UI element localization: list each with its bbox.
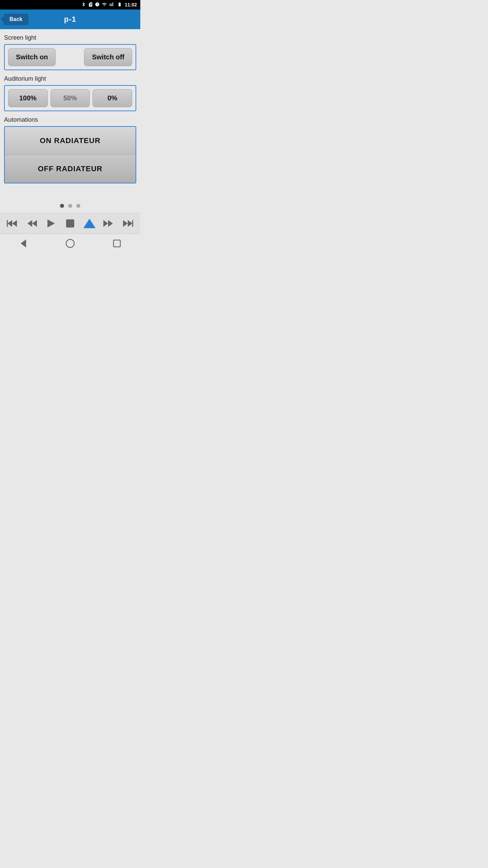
- play-button[interactable]: [45, 217, 57, 230]
- up-button[interactable]: [83, 217, 96, 230]
- svg-rect-2: [7, 220, 8, 227]
- nav-recent-icon: [111, 238, 122, 249]
- dot-3: [76, 204, 80, 208]
- svg-marker-5: [47, 219, 55, 228]
- battery-icon: [117, 2, 123, 8]
- screen-light-box: Switch on Switch off: [4, 44, 136, 70]
- svg-marker-13: [21, 239, 26, 248]
- nav-home-icon: [65, 238, 76, 249]
- dot-2: [68, 204, 72, 208]
- skip-backward-icon: [6, 217, 18, 230]
- automation-box: ON RADIATEUR OFF RADIATEUR: [4, 126, 136, 183]
- automations-label: Automations: [4, 116, 136, 123]
- switch-row: Switch on Switch off: [8, 48, 132, 66]
- back-button[interactable]: Back: [3, 14, 28, 25]
- skip-forward-icon: [122, 217, 134, 230]
- wifi-icon: [102, 2, 107, 8]
- play-icon: [45, 217, 57, 230]
- btn-50-percent[interactable]: 50%: [50, 89, 90, 107]
- svg-marker-8: [103, 220, 108, 227]
- svg-rect-12: [132, 220, 133, 227]
- status-time: 11:02: [125, 2, 137, 7]
- rewind-button[interactable]: [25, 217, 38, 230]
- svg-marker-3: [27, 220, 32, 227]
- svg-marker-0: [7, 220, 12, 227]
- header: Back p-1: [0, 9, 140, 29]
- media-controls: [0, 213, 140, 234]
- nav-recent-button[interactable]: [111, 238, 122, 249]
- main-content: Screen light Switch on Switch off Audito…: [0, 29, 140, 194]
- svg-marker-4: [32, 220, 37, 227]
- btn-0-percent[interactable]: 0%: [93, 89, 132, 107]
- skip-to-start-button[interactable]: [6, 217, 18, 230]
- switch-off-button[interactable]: Switch off: [84, 48, 132, 66]
- svg-rect-15: [114, 240, 120, 247]
- page-dots: [0, 194, 140, 213]
- svg-marker-11: [128, 220, 133, 227]
- bluetooth-icon: [81, 2, 86, 8]
- page-title: p-1: [64, 15, 76, 24]
- up-icon: [83, 217, 96, 230]
- svg-marker-9: [108, 220, 113, 227]
- stop-icon: [64, 217, 76, 230]
- svg-marker-7: [83, 219, 96, 228]
- status-bar: 11:02: [0, 0, 140, 9]
- btn-100-percent[interactable]: 100%: [8, 89, 48, 107]
- auditorium-light-box: 100% 50% 0%: [4, 85, 136, 111]
- switch-on-button[interactable]: Switch on: [8, 48, 56, 66]
- svg-marker-10: [123, 220, 128, 227]
- signal-icon: [109, 2, 115, 8]
- skip-to-end-button[interactable]: [122, 217, 134, 230]
- rewind-icon: [25, 217, 38, 230]
- screen-light-label: Screen light: [4, 34, 136, 41]
- svg-point-14: [66, 239, 74, 248]
- svg-rect-6: [66, 219, 74, 228]
- fast-forward-button[interactable]: [103, 217, 115, 230]
- auditorium-light-label: Auditorium light: [4, 75, 136, 82]
- nav-bar: [0, 234, 140, 253]
- dot-1: [60, 204, 64, 208]
- stop-button[interactable]: [64, 217, 76, 230]
- nav-back-icon: [18, 238, 29, 249]
- nav-back-button[interactable]: [18, 238, 29, 249]
- clock-icon: [95, 2, 100, 8]
- off-radiateur-button[interactable]: OFF RADIATEUR: [5, 155, 136, 183]
- fast-forward-icon: [103, 217, 115, 230]
- on-radiateur-button[interactable]: ON RADIATEUR: [5, 127, 136, 155]
- nav-home-button[interactable]: [65, 238, 76, 249]
- svg-marker-1: [12, 220, 17, 227]
- sim-icon: [88, 2, 93, 8]
- percent-row: 100% 50% 0%: [8, 89, 132, 107]
